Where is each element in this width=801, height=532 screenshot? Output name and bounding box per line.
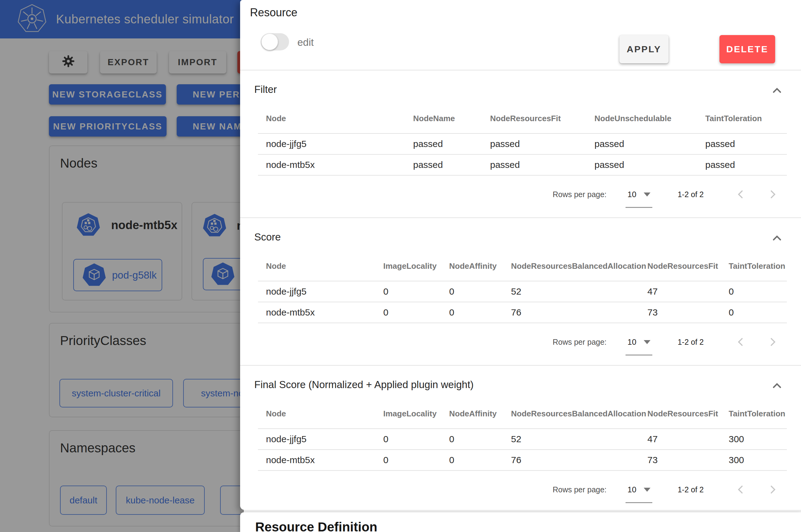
resource-drawer: Resource edit APPLY DELETE Filter NodeNo… bbox=[240, 0, 801, 532]
table-row: node-mtb5xpassedpassedpassedpassed bbox=[258, 155, 787, 176]
table-cell: 73 bbox=[648, 307, 729, 318]
rows-per-page-label: Rows per page: bbox=[552, 338, 606, 346]
edit-toggle-label: edit bbox=[297, 37, 314, 48]
table-header-row: NodeImageLocalityNodeAffinityNodeResourc… bbox=[258, 251, 787, 281]
table-cell: node-jjfg5 bbox=[258, 434, 383, 444]
table-cell: 0 bbox=[449, 455, 511, 465]
result-section: Score NodeImageLocalityNodeAffinityNodeR… bbox=[240, 218, 801, 361]
column-header: NodeResourcesFit bbox=[490, 114, 595, 123]
table-row: node-jjfg50052470 bbox=[258, 281, 787, 302]
table-cell: 0 bbox=[449, 307, 511, 318]
chevron-up-icon[interactable] bbox=[770, 231, 784, 245]
table-cell: 76 bbox=[511, 455, 648, 465]
table-cell: 52 bbox=[511, 286, 648, 297]
table-cell: passed bbox=[595, 159, 705, 170]
previous-page-button[interactable] bbox=[733, 482, 748, 497]
apply-button[interactable]: APPLY bbox=[619, 35, 669, 63]
section-title: Final Score (Normalized + Applied plugin… bbox=[254, 378, 801, 392]
table-cell: node-mtb5x bbox=[258, 307, 383, 318]
result-section: Final Score (Normalized + Applied plugin… bbox=[240, 366, 801, 508]
table-cell: 300 bbox=[729, 455, 787, 465]
dropdown-caret-icon bbox=[644, 192, 651, 196]
table-cell: 0 bbox=[383, 307, 449, 318]
result-sections: Filter NodeNodeNameNodeResourcesFitNodeU… bbox=[240, 71, 801, 508]
table-cell: 0 bbox=[383, 434, 449, 444]
dropdown-caret-icon bbox=[644, 340, 651, 344]
chevron-up-icon[interactable] bbox=[770, 379, 784, 393]
table-cell: 0 bbox=[383, 455, 449, 465]
card-gap bbox=[240, 510, 801, 512]
table-header-row: NodeNodeNameNodeResourcesFitNodeUnschedu… bbox=[258, 103, 787, 134]
resource-definition-card: Resource Definition bbox=[240, 512, 801, 532]
column-header: Node bbox=[258, 114, 413, 123]
table-cell: 300 bbox=[729, 434, 787, 444]
table-cell: 0 bbox=[449, 434, 511, 444]
pagination-range: 1-2 of 2 bbox=[677, 485, 704, 494]
column-header: ImageLocality bbox=[383, 261, 449, 271]
resource-definition-title: Resource Definition bbox=[255, 520, 378, 532]
table-row: node-mtb5x007673300 bbox=[258, 450, 787, 471]
table-cell: 0 bbox=[449, 286, 511, 297]
rows-per-page-label: Rows per page: bbox=[552, 485, 606, 494]
column-header: TaintToleration bbox=[729, 409, 787, 419]
column-header: NodeResourcesFit bbox=[648, 261, 729, 271]
section-title: Filter bbox=[254, 83, 801, 96]
table-row: node-mtb5x0076730 bbox=[258, 302, 787, 323]
table-cell: passed bbox=[490, 139, 595, 149]
resource-header: Resource edit APPLY DELETE bbox=[240, 0, 801, 71]
column-header: NodeResourcesBalancedAllocation bbox=[511, 261, 648, 271]
table-cell: node-mtb5x bbox=[258, 455, 383, 465]
table-cell: passed bbox=[705, 139, 787, 149]
table-row: node-jjfg5005247300 bbox=[258, 429, 787, 450]
table-cell: 0 bbox=[729, 307, 787, 318]
edit-toggle[interactable] bbox=[261, 33, 289, 51]
column-header: NodeResourcesFit bbox=[648, 409, 729, 419]
table-cell: node-jjfg5 bbox=[258, 286, 383, 297]
table-cell: passed bbox=[705, 159, 787, 170]
table-cell: node-mtb5x bbox=[258, 159, 413, 170]
table-cell: passed bbox=[413, 139, 490, 149]
table-cell: passed bbox=[595, 139, 705, 149]
results-table: NodeNodeNameNodeResourcesFitNodeUnschedu… bbox=[258, 103, 787, 176]
column-header: Node bbox=[258, 409, 383, 419]
rows-per-page-select[interactable]: 10 bbox=[627, 485, 651, 494]
column-header: NodeResourcesBalancedAllocation bbox=[511, 409, 648, 419]
pagination-range: 1-2 of 2 bbox=[677, 190, 704, 199]
column-header: Node bbox=[258, 261, 383, 271]
column-header: TaintToleration bbox=[729, 261, 787, 271]
dropdown-caret-icon bbox=[644, 488, 651, 492]
table-cell: 0 bbox=[383, 286, 449, 297]
rows-per-page-value: 10 bbox=[627, 337, 636, 347]
rows-per-page-select[interactable]: 10 bbox=[627, 337, 651, 347]
next-page-button[interactable] bbox=[765, 335, 780, 349]
previous-page-button[interactable] bbox=[733, 187, 748, 202]
column-header: NodeName bbox=[413, 114, 490, 123]
chevron-up-icon[interactable] bbox=[770, 84, 784, 97]
rows-per-page-select[interactable]: 10 bbox=[627, 190, 651, 199]
table-cell: 47 bbox=[648, 286, 729, 297]
column-header: TaintToleration bbox=[705, 114, 787, 123]
rows-per-page-label: Rows per page: bbox=[552, 190, 606, 199]
table-cell: 76 bbox=[511, 307, 648, 318]
next-page-button[interactable] bbox=[765, 187, 780, 202]
edit-toggle-thumb bbox=[261, 34, 278, 50]
table-cell: node-jjfg5 bbox=[258, 139, 413, 149]
column-header: NodeUnschedulable bbox=[595, 114, 705, 123]
rows-per-page-value: 10 bbox=[627, 485, 636, 494]
column-header: NodeAffinity bbox=[449, 261, 511, 271]
table-pagination: Rows per page: 10 1-2 of 2 bbox=[258, 471, 787, 508]
section-title: Score bbox=[254, 230, 801, 244]
table-cell: 73 bbox=[648, 455, 729, 465]
table-cell: 52 bbox=[511, 434, 648, 444]
scheduling-results-card: Resource edit APPLY DELETE Filter NodeNo… bbox=[240, 0, 801, 510]
pagination-range: 1-2 of 2 bbox=[677, 338, 704, 346]
next-page-button[interactable] bbox=[765, 482, 780, 497]
delete-button[interactable]: DELETE bbox=[720, 35, 775, 63]
previous-page-button[interactable] bbox=[733, 335, 748, 349]
column-header: NodeAffinity bbox=[449, 409, 511, 419]
table-cell: passed bbox=[490, 159, 595, 170]
table-cell: 47 bbox=[648, 434, 729, 444]
table-row: node-jjfg5passedpassedpassedpassed bbox=[258, 134, 787, 155]
table-cell: 0 bbox=[729, 286, 787, 297]
app-root: Kubernetes scheduler simulator EXPORT IM… bbox=[0, 0, 801, 532]
